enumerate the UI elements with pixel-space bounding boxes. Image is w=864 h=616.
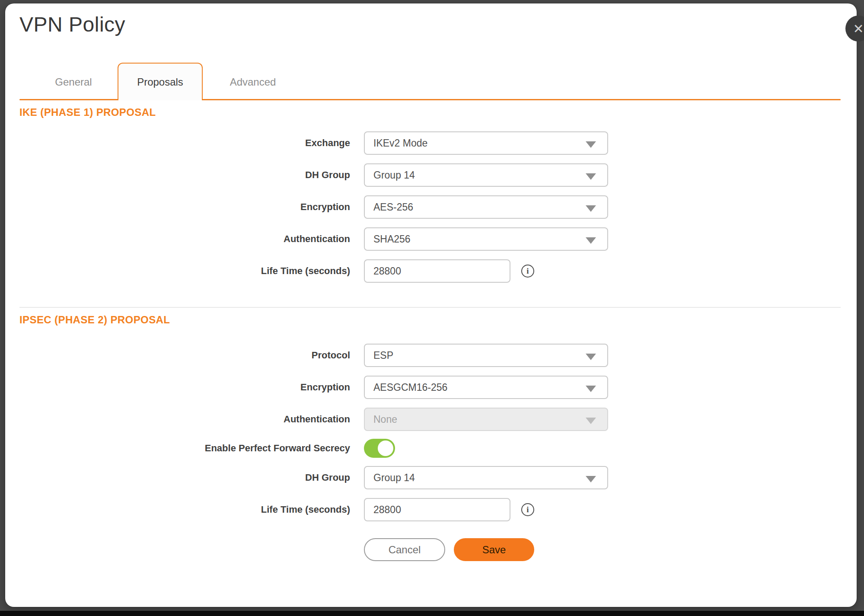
chevron-down-icon: [586, 141, 596, 148]
chevron-down-icon: [586, 386, 596, 392]
protocol-label: Protocol: [86, 344, 350, 367]
chevron-down-icon: [586, 354, 596, 360]
ipsec-lifetime-row: Life Time (seconds) i: [0, 498, 864, 521]
page-background: ✕ VPN Policy General Proposals Advanced …: [0, 0, 864, 616]
toggle-knob: [378, 440, 393, 456]
tab-advanced[interactable]: Advanced: [212, 64, 294, 100]
protocol-row: Protocol ESP: [0, 344, 864, 367]
encryption-label: Encryption: [86, 195, 350, 219]
chevron-down-icon: [586, 173, 596, 180]
encryption-value: AES-256: [373, 201, 413, 213]
pfs-toggle[interactable]: [364, 439, 395, 458]
section-heading-ike: IKE (PHASE 1) PROPOSAL: [19, 106, 156, 118]
ipsec-lifetime-field: [364, 498, 510, 521]
ipsec-encryption-label: Encryption: [86, 376, 350, 399]
exchange-dropdown[interactable]: IKEv2 Mode: [364, 131, 608, 155]
chevron-down-icon: [586, 237, 596, 244]
encryption-dropdown[interactable]: AES-256: [364, 195, 608, 219]
dh-group-value: Group 14: [373, 169, 415, 181]
ipsec-authentication-dropdown-disabled: None: [364, 408, 608, 431]
save-button[interactable]: Save: [454, 538, 534, 561]
lifetime-field: [364, 259, 510, 283]
authentication-dropdown[interactable]: SHA256: [364, 227, 608, 251]
ipsec-authentication-value: None: [373, 414, 397, 425]
dh-group-row: DH Group Group 14: [0, 163, 864, 187]
cancel-button[interactable]: Cancel: [364, 538, 445, 561]
section-heading-ipsec: IPSEC (PHASE 2) PROPOSAL: [19, 314, 170, 326]
section-divider: [19, 307, 841, 308]
lifetime-input[interactable]: [373, 260, 510, 282]
ipsec-dh-group-value: Group 14: [373, 472, 415, 484]
lifetime-label: Life Time (seconds): [86, 259, 350, 283]
ipsec-lifetime-label: Life Time (seconds): [86, 498, 350, 521]
protocol-dropdown[interactable]: ESP: [364, 344, 608, 367]
ipsec-encryption-row: Encryption AESGCM16-256: [0, 376, 864, 399]
authentication-row: Authentication SHA256: [0, 227, 864, 251]
info-icon[interactable]: i: [521, 503, 534, 516]
tab-general[interactable]: General: [32, 64, 115, 100]
authentication-label: Authentication: [86, 227, 350, 251]
ipsec-authentication-row: Authentication None: [0, 408, 864, 431]
exchange-label: Exchange: [86, 131, 350, 155]
ipsec-lifetime-input[interactable]: [373, 499, 510, 520]
exchange-value: IKEv2 Mode: [373, 137, 427, 149]
dh-group-label: DH Group: [86, 163, 350, 187]
pfs-label: Enable Perfect Forward Secrecy: [86, 437, 350, 460]
tab-proposals[interactable]: Proposals: [118, 63, 203, 100]
info-icon[interactable]: i: [521, 265, 534, 278]
close-icon: ✕: [853, 21, 864, 36]
ipsec-dh-group-row: DH Group Group 14: [0, 466, 864, 489]
dh-group-dropdown[interactable]: Group 14: [364, 163, 608, 187]
ipsec-dh-group-dropdown[interactable]: Group 14: [364, 466, 608, 489]
ipsec-authentication-label: Authentication: [86, 408, 350, 431]
dialog-title: VPN Policy: [19, 12, 125, 37]
authentication-value: SHA256: [373, 233, 411, 245]
lifetime-row: Life Time (seconds) i: [0, 259, 864, 283]
ipsec-encryption-value: AESGCM16-256: [373, 382, 447, 393]
protocol-value: ESP: [373, 350, 393, 361]
ipsec-encryption-dropdown[interactable]: AESGCM16-256: [364, 376, 608, 399]
chevron-down-icon: [586, 476, 596, 482]
bottom-bar: [0, 611, 864, 616]
pfs-row: Enable Perfect Forward Secrecy: [0, 437, 864, 460]
chevron-down-icon: [586, 205, 596, 212]
chevron-down-icon: [586, 418, 596, 424]
encryption-row: Encryption AES-256: [0, 195, 864, 219]
exchange-row: Exchange IKEv2 Mode: [0, 131, 864, 155]
ipsec-dh-group-label: DH Group: [86, 466, 350, 489]
tab-bar: General Proposals Advanced: [19, 63, 841, 100]
